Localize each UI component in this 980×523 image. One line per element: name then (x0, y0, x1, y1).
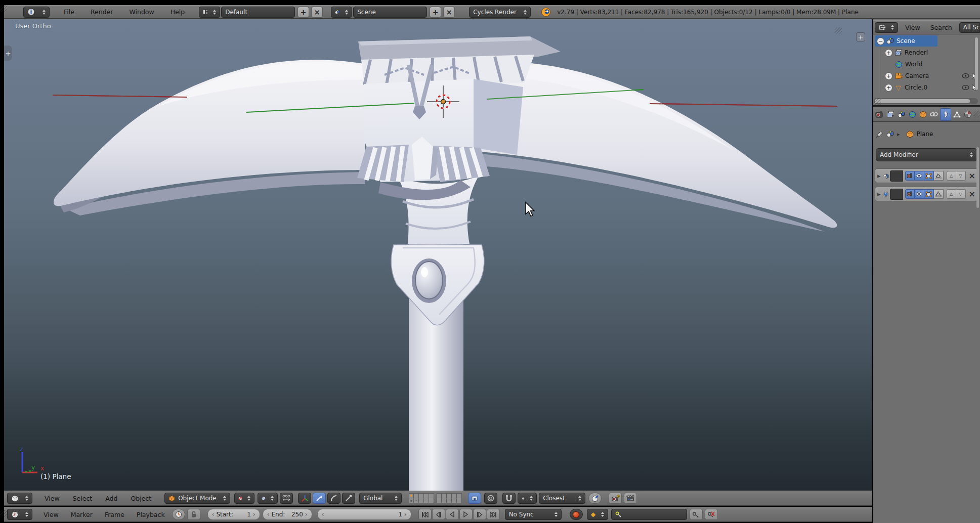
editor-type-button-info[interactable] (23, 7, 50, 18)
lock-to-scene-toggle[interactable] (468, 493, 481, 504)
edit-mode-toggle[interactable] (924, 189, 934, 199)
manipulator-translate-toggle[interactable] (313, 493, 326, 504)
viewport-visibility-toggle[interactable] (915, 189, 924, 199)
tab-constraints[interactable] (929, 109, 940, 120)
move-modifier-down-button[interactable]: ▽ (956, 189, 966, 199)
add-modifier-dropdown[interactable]: Add Modifier (876, 148, 977, 161)
render-engine-dropdown[interactable]: Cycles Render (469, 7, 531, 18)
scene-selector-icon-button[interactable] (331, 7, 352, 18)
increment-arrow[interactable]: › (404, 511, 407, 518)
render-toggle[interactable] (905, 189, 915, 199)
object-breadcrumb-icon[interactable] (906, 130, 914, 138)
viewport-shading-dropdown[interactable] (234, 493, 254, 504)
move-modifier-up-button[interactable]: △ (947, 189, 956, 199)
editor-type-button-timeline[interactable] (7, 509, 32, 520)
menu-view3d-select[interactable]: Select (71, 495, 95, 502)
scene-breadcrumb-icon[interactable] (886, 130, 894, 138)
screen-layout-name-field[interactable]: Default (221, 7, 295, 18)
outliner-item-camera[interactable]: + Camera (875, 70, 980, 81)
play-reverse-button[interactable] (446, 509, 459, 520)
outliner-item-renderlayers[interactable]: + Renderl (875, 47, 980, 58)
layer-cell[interactable] (424, 498, 429, 503)
opengl-render-animation-button[interactable] (624, 493, 637, 504)
sync-mode-dropdown[interactable]: No Sync (505, 509, 562, 520)
lock-time-toggle[interactable] (187, 509, 200, 520)
modifier-panel-header-2[interactable]: ▸ (875, 187, 978, 201)
manipulator-scale-toggle[interactable] (342, 493, 355, 504)
menu-outliner-view[interactable]: View (903, 24, 922, 31)
frame-end-field[interactable]: ‹ End: 250 › (263, 509, 312, 520)
menu-timeline-marker[interactable]: Marker (69, 511, 95, 518)
increment-arrow[interactable]: › (253, 511, 255, 518)
snap-toggle[interactable] (502, 493, 516, 504)
edit-mode-toggle[interactable] (924, 171, 934, 181)
add-scene-button[interactable]: + (430, 7, 441, 18)
menu-window[interactable]: Window (127, 8, 156, 16)
frame-start-field[interactable]: ‹ Start: 1 › (207, 509, 260, 520)
layer-cell[interactable] (442, 498, 447, 503)
manipulator-rotate-toggle[interactable] (327, 493, 340, 504)
delete-modifier-button[interactable]: × (969, 172, 975, 180)
tab-object[interactable] (918, 109, 928, 120)
layer-cell[interactable] (457, 493, 462, 498)
expand-icon[interactable]: + (885, 72, 892, 80)
current-frame-field[interactable]: ‹ 1 › (317, 509, 411, 520)
hide-toggle[interactable] (961, 85, 970, 90)
close-scene-button[interactable]: × (443, 7, 455, 18)
record-autokey-toggle[interactable] (570, 509, 583, 520)
modifier-panel-header-1[interactable]: ▸ (875, 168, 978, 183)
keying-set-type-dropdown[interactable]: ◆ (587, 509, 608, 520)
pivot-point-dropdown[interactable] (258, 493, 278, 504)
proportional-edit-toggle[interactable] (484, 493, 497, 504)
decrement-arrow[interactable]: ‹ (267, 511, 270, 518)
tab-scene[interactable] (896, 109, 907, 120)
layer-cell[interactable] (429, 493, 434, 498)
outliner-display-filter-dropdown[interactable]: All Sce (959, 22, 980, 33)
outliner-horizontal-scrollbar[interactable] (875, 99, 970, 103)
move-modifier-up-button[interactable]: △ (947, 171, 956, 181)
mode-dropdown[interactable]: Object Mode (164, 493, 230, 504)
decrement-arrow[interactable]: ‹ (322, 511, 324, 518)
insert-keyframe-button[interactable] (690, 509, 703, 520)
close-layout-button[interactable]: × (311, 7, 323, 18)
use-preview-range-toggle[interactable] (172, 509, 185, 520)
layer-cell[interactable] (447, 493, 452, 498)
snap-target-dropdown[interactable]: Closest (539, 493, 585, 504)
outliner-corner-grip[interactable] (874, 98, 881, 105)
collapse-icon[interactable]: − (877, 37, 884, 45)
layer-cell[interactable] (414, 493, 419, 498)
opengl-render-image-button[interactable] (609, 493, 622, 504)
increment-arrow[interactable]: › (305, 511, 308, 518)
delete-modifier-button[interactable]: × (969, 190, 975, 198)
play-button[interactable] (459, 509, 473, 520)
tab-world[interactable] (907, 109, 918, 120)
tab-render[interactable] (874, 109, 885, 120)
expand-icon[interactable]: + (885, 49, 892, 57)
hide-toggle[interactable] (961, 73, 970, 78)
menu-view3d-add[interactable]: Add (103, 495, 119, 502)
cage-edit-toggle[interactable] (934, 171, 944, 181)
properties-corner-grip[interactable] (973, 111, 980, 118)
modifier-name-field[interactable] (890, 170, 903, 182)
layer-cell[interactable] (442, 493, 447, 498)
window-corner-grip[interactable] (0, 510, 7, 517)
add-layout-button[interactable]: + (297, 7, 309, 18)
menu-outliner-search[interactable]: Search (928, 24, 954, 31)
menu-view3d-object[interactable]: Object (129, 495, 153, 502)
layer-cell[interactable] (424, 493, 429, 498)
cage-edit-toggle[interactable] (934, 189, 944, 199)
editor-type-button-view3d[interactable] (7, 493, 32, 504)
next-keyframe-button[interactable] (473, 509, 486, 520)
tab-modifiers[interactable] (940, 108, 952, 121)
outliner-item-circle[interactable]: + ▽ Circle.0 (875, 82, 980, 93)
menu-timeline-playback[interactable]: Playback (135, 511, 167, 518)
toolshelf-expand-tab[interactable]: + (4, 46, 12, 61)
layer-cell[interactable] (452, 498, 457, 503)
layer-cell[interactable] (452, 493, 457, 498)
properties-shelf-expand-button[interactable]: + (856, 32, 865, 41)
previous-keyframe-button[interactable] (432, 509, 445, 520)
menu-help[interactable]: Help (168, 8, 187, 16)
menu-render[interactable]: Render (89, 8, 115, 16)
layer-cell[interactable] (429, 498, 434, 503)
expand-icon[interactable]: ▸ (877, 190, 882, 198)
